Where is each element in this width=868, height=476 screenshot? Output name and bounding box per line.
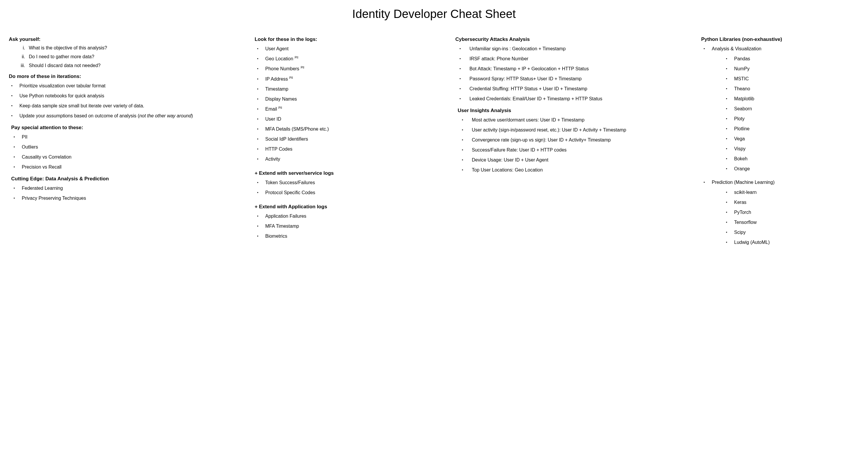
text: Phone Numbers xyxy=(265,66,299,71)
column-2: Look for these in the logs: User Agent G… xyxy=(254,35,446,243)
list-item: Application Failures xyxy=(254,213,446,220)
list-item: PII xyxy=(11,133,246,140)
list-item: Social IdP Identifiers xyxy=(254,136,446,143)
heading-ask-yourself: Ask yourself: xyxy=(9,36,246,42)
list-item: Privacy Preserving Techniques xyxy=(11,195,246,202)
ask-yourself-list: What is the objective of this analysis? … xyxy=(9,45,246,68)
text: Geo Location xyxy=(265,56,293,61)
list-item: Plotline xyxy=(723,125,859,132)
list-item: Most active user/dormant users: User ID … xyxy=(458,117,692,124)
list-item: Bokeh xyxy=(723,155,859,162)
text: ) xyxy=(191,113,193,118)
text-italic: not the other way around xyxy=(139,113,191,118)
pii-superscript: PII xyxy=(289,76,293,80)
list-item: Password Spray: HTTP Status+ User ID + T… xyxy=(456,75,692,83)
list-item: PyTorch xyxy=(723,209,859,216)
list-item: Phone Numbers PII xyxy=(254,65,446,72)
list-item: Do I need to gather more data? xyxy=(27,54,246,59)
pii-superscript: PII xyxy=(278,106,282,109)
list-item: Success/Failure Rate: User ID + HTTP cod… xyxy=(458,147,692,154)
heading-user-insights: User Insights Analysis xyxy=(458,108,692,114)
list-item: Outliers xyxy=(11,144,246,151)
cutting-edge-list: Federated Learning Privacy Preserving Te… xyxy=(11,185,246,202)
list-item: Timestamp xyxy=(254,86,446,93)
list-item: Pandas xyxy=(723,55,859,62)
heading-python-libs: Python Libraries (non-exhaustive) xyxy=(701,36,859,42)
list-item: Scipy xyxy=(723,229,859,236)
list-item: Activity xyxy=(254,156,446,163)
python-libs-list: Analysis & Visualization Pandas NumPy MS… xyxy=(701,45,859,246)
attention-list: PII Outliers Causality vs Correlation Pr… xyxy=(11,133,246,171)
list-item: MFA Details (SMS/Phone etc.) xyxy=(254,126,446,133)
text: Email xyxy=(265,106,277,112)
list-item: Matplotlib xyxy=(723,95,859,102)
list-item: Convergence rate (sign-up vs sign): User… xyxy=(458,136,692,144)
list-item: Leaked Credentials: Email/User ID + Time… xyxy=(456,95,692,102)
list-item: Precision vs Recall xyxy=(11,164,246,171)
column-3: Cybersecurity Attacks Analysis Unfamilia… xyxy=(456,35,692,177)
list-item: NumPy xyxy=(723,65,859,72)
column-4: Python Libraries (non-exhaustive) Analys… xyxy=(701,35,859,249)
analysis-viz-list: Pandas NumPy MSTIC Theano Matplotlib Sea… xyxy=(723,55,859,172)
list-item: Update your assumptions based on outcome… xyxy=(9,113,246,120)
heading-app-logs: + Extend with Application logs xyxy=(254,204,446,210)
list-item: Vispy xyxy=(723,145,859,152)
list-item-group: Prediction (Machine Learning) scikit-lea… xyxy=(701,179,859,246)
list-item: Email PII xyxy=(254,106,446,113)
list-item: Causality vs Correlation xyxy=(11,154,246,161)
list-item: Bot Attack: Timestamp + IP + Geolocation… xyxy=(456,65,692,72)
list-item: Display Names xyxy=(254,96,446,103)
heading-attention: Pay special attention to these: xyxy=(11,125,246,131)
attacks-list: Unfamiliar sign-ins : Geolocation + Time… xyxy=(456,45,692,102)
list-item: Should I discard data not needed? xyxy=(27,63,246,68)
pii-superscript: PII xyxy=(300,66,304,69)
list-item: Biometrics xyxy=(254,233,446,240)
list-item: Federated Learning xyxy=(11,185,246,192)
list-item: Orange xyxy=(723,165,859,172)
list-item: User activity (sign-in/password reset, e… xyxy=(458,127,692,133)
list-item: IRSF attack: Phone Number xyxy=(456,55,692,62)
logs-list: User Agent Geo Location PII Phone Number… xyxy=(254,45,446,163)
list-item: Credential Stuffing: HTTP Status + User … xyxy=(456,85,692,92)
list-item: MFA Timestamp xyxy=(254,223,446,230)
ml-list: scikit-learn Keras PyTorch Tensorflow Sc… xyxy=(723,189,859,246)
list-item: Ludwig (AutoML) xyxy=(723,239,859,246)
list-item: Ploty xyxy=(723,115,859,122)
text: Update your assumptions based on outcome… xyxy=(20,113,139,118)
list-item: HTTP Codes xyxy=(254,146,446,153)
server-logs-list: Token Success/Failures Protocol Specific… xyxy=(254,179,446,196)
page-title: Identity Developer Cheat Sheet xyxy=(9,7,859,21)
list-item: Vega xyxy=(723,135,859,142)
app-logs-list: Application Failures MFA Timestamp Biome… xyxy=(254,213,446,240)
content-columns: Ask yourself: What is the objective of t… xyxy=(9,35,859,249)
list-item: Theano xyxy=(723,85,859,92)
list-item: IP Address PII xyxy=(254,75,446,83)
list-item: Token Success/Failures xyxy=(254,179,446,186)
list-item: Tensorflow xyxy=(723,219,859,226)
heading-logs: Look for these in the logs: xyxy=(254,36,446,42)
text: IP Address xyxy=(265,76,288,82)
heading-server-logs: + Extend with server/service logs xyxy=(254,170,446,176)
heading-cutting-edge: Cutting Edge: Data Analysis & Prediction xyxy=(11,176,246,182)
list-item: Keep data sample size small but iterate … xyxy=(9,102,246,109)
list-item: Use Python notebooks for quick analysis xyxy=(9,92,246,99)
user-insights-list: Most active user/dormant users: User ID … xyxy=(458,117,692,173)
list-item: Prioritize visualization over tabular fo… xyxy=(9,83,246,89)
list-item: MSTIC xyxy=(723,75,859,83)
list-item: What is the objective of this analysis? xyxy=(27,45,246,51)
list-item: Protocol Specific Codes xyxy=(254,189,446,196)
list-item: User ID xyxy=(254,116,446,123)
pii-superscript: PII xyxy=(294,56,298,59)
list-item: scikit-learn xyxy=(723,189,859,196)
list-item: Keras xyxy=(723,199,859,206)
list-item: Seaborn xyxy=(723,105,859,113)
list-item-group: Analysis & Visualization Pandas NumPy MS… xyxy=(701,45,859,172)
iterations-list: Prioritize visualization over tabular fo… xyxy=(9,83,246,120)
heading-attacks: Cybersecurity Attacks Analysis xyxy=(456,36,692,42)
list-item: User Agent xyxy=(254,45,446,52)
column-1: Ask yourself: What is the objective of t… xyxy=(9,35,246,205)
list-item: Geo Location PII xyxy=(254,55,446,62)
list-item: Unfamiliar sign-ins : Geolocation + Time… xyxy=(456,45,692,52)
group-label: Prediction (Machine Learning) xyxy=(712,180,774,185)
list-item: Top User Locations: Geo Location xyxy=(458,166,692,173)
